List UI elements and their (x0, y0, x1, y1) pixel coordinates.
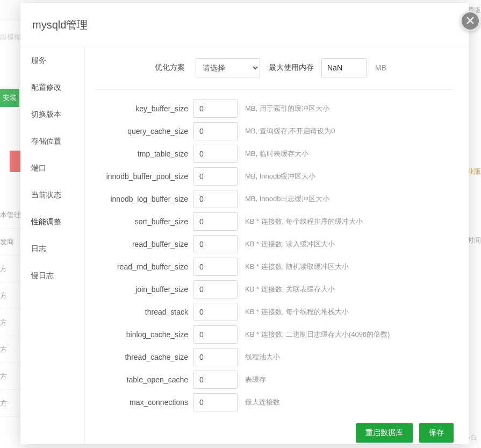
param-row-innodb_buffer_pool_size: innodb_buffer_pool_sizeMB, Innodb缓冲区大小 (95, 167, 454, 186)
param-row-read_buffer_size: read_buffer_sizeKB * 连接数, 读入缓冲区大小 (95, 235, 454, 253)
param-input-thread_stack[interactable] (193, 303, 238, 321)
param-row-thread_stack: thread_stackKB * 连接数, 每个线程的堆栈大小 (95, 303, 454, 321)
save-button[interactable]: 保存 (419, 423, 454, 443)
footer-actions: 重启数据库 保存 (95, 416, 454, 443)
sidebar-item-2[interactable]: 切换版本 (20, 101, 84, 128)
restart-db-button[interactable]: 重启数据库 (356, 423, 413, 443)
sidebar-item-4[interactable]: 端口 (20, 155, 84, 182)
bg-left-menu: 本管理发商方方方方方方 (0, 202, 21, 417)
sidebar-item-label: 切换版本 (31, 110, 61, 119)
param-label: innodb_buffer_pool_size (95, 172, 193, 181)
sidebar-item-5[interactable]: 当前状态 (20, 182, 84, 209)
sidebar-item-label: 配置修改 (31, 83, 61, 93)
param-input-tmp_table_size[interactable] (193, 145, 238, 163)
param-desc: KB * 连接数, 二进制日志缓存大小(4096的倍数) (245, 330, 390, 339)
params-list: key_buffer_sizeMB, 用于索引的缓冲区大小query_cache… (95, 99, 454, 411)
modal-title: mysqld管理 (32, 18, 88, 32)
bg-red-block (10, 151, 21, 172)
sidebar-item-label: 慢日志 (31, 271, 54, 281)
param-desc: 最大连接数 (245, 397, 280, 407)
param-input-thread_cache_size[interactable] (193, 348, 238, 366)
sidebar-item-1[interactable]: 配置修改 (20, 74, 84, 101)
param-desc: 线程池大小 (245, 352, 280, 362)
param-desc: KB * 连接数, 每个线程的堆栈大小 (245, 307, 349, 317)
bg-menu-item: 发商 (0, 229, 21, 255)
param-input-binlog_cache_size[interactable] (193, 325, 238, 344)
param-row-max_connections: max_connections最大连接数 (95, 393, 454, 411)
param-input-innodb_buffer_pool_size[interactable] (193, 167, 238, 186)
bg-menu-item: 方 (0, 255, 21, 282)
sidebar: 服务配置修改切换版本存储位置端口当前状态性能调整日志慢日志 (20, 47, 85, 444)
modal-header: mysqld管理 (20, 3, 469, 47)
optimize-row: 优化方案 请选择 最大使用内存 MB (95, 54, 454, 90)
param-desc: MB, 临时表缓存大小 (245, 149, 308, 159)
param-desc: MB, 查询缓存,不开启请设为0 (245, 126, 335, 136)
param-row-read_rnd_buffer_size: read_rnd_buffer_sizeKB * 连接数, 随机读取缓冲区大小 (95, 258, 454, 276)
param-desc: KB * 连接数, 关联表缓存大小 (245, 285, 335, 294)
max-mem-label: 最大使用内存 (269, 63, 314, 73)
param-label: tmp_table_size (95, 150, 193, 158)
param-input-join_buffer_size[interactable] (193, 280, 238, 298)
plan-select[interactable]: 请选择 (196, 58, 260, 77)
sidebar-item-label: 存储位置 (31, 137, 61, 146)
param-label: query_cache_size (95, 127, 193, 136)
param-row-sort_buffer_size: sort_buffer_sizeKB * 连接数, 每个线程排序的缓冲大小 (95, 212, 454, 231)
bg-menu-item: 方 (0, 309, 21, 336)
sidebar-item-0[interactable]: 服务 (20, 47, 84, 74)
sidebar-item-6[interactable]: 性能调整 (20, 209, 84, 236)
bg-menu-item: 本管理 (0, 202, 21, 229)
sidebar-item-label: 日志 (31, 244, 46, 254)
param-label: table_open_cache (95, 375, 193, 384)
max-mem-unit: MB (375, 63, 386, 72)
param-desc: MB, 用于索引的缓冲区大小 (245, 104, 329, 113)
param-label: read_buffer_size (95, 240, 193, 248)
bg-menu-item: 方 (0, 363, 21, 390)
param-desc: KB * 连接数, 读入缓冲区大小 (245, 239, 335, 249)
param-row-join_buffer_size: join_buffer_sizeKB * 连接数, 关联表缓存大小 (95, 280, 454, 298)
param-label: innodb_log_buffer_size (95, 195, 193, 203)
param-input-max_connections[interactable] (193, 393, 238, 411)
param-input-sort_buffer_size[interactable] (193, 212, 238, 231)
param-row-query_cache_size: query_cache_sizeMB, 查询缓存,不开启请设为0 (95, 122, 454, 140)
sidebar-item-label: 当前状态 (31, 190, 61, 200)
param-input-table_open_cache[interactable] (193, 371, 238, 389)
modal-body: 服务配置修改切换版本存储位置端口当前状态性能调整日志慢日志 优化方案 请选择 最… (20, 47, 469, 444)
bg-menu-item: 方 (0, 282, 21, 309)
param-label: key_buffer_size (95, 104, 193, 113)
param-row-key_buffer_size: key_buffer_sizeMB, 用于索引的缓冲区大小 (95, 99, 454, 118)
param-desc: KB * 连接数, 随机读取缓冲区大小 (245, 262, 349, 272)
param-input-read_rnd_buffer_size[interactable] (193, 258, 238, 276)
sidebar-item-label: 服务 (31, 56, 46, 66)
sidebar-item-label: 性能调整 (31, 217, 61, 227)
sidebar-item-label: 端口 (31, 163, 46, 173)
param-input-key_buffer_size[interactable] (193, 99, 238, 118)
bg-install-btn[interactable]: 安装 (0, 89, 19, 107)
param-input-query_cache_size[interactable] (193, 122, 238, 140)
param-row-tmp_table_size: tmp_table_sizeMB, 临时表缓存大小 (95, 145, 454, 163)
sidebar-item-7[interactable]: 日志 (20, 236, 84, 262)
param-label: sort_buffer_size (95, 217, 193, 226)
close-button[interactable] (460, 11, 480, 31)
param-desc: MB, Innodb日志缓冲区大小 (245, 194, 330, 204)
page-root: 费版 段模糊 安装 企业版 本管理发商方方方方方方 期时间 提供系统启动项的可视… (0, 0, 481, 448)
plan-label: 优化方案 (95, 63, 189, 73)
param-row-thread_cache_size: thread_cache_size线程池大小 (95, 348, 454, 366)
param-desc: MB, Innodb缓冲区大小 (245, 172, 316, 181)
param-input-innodb_log_buffer_size[interactable] (193, 190, 238, 208)
param-label: thread_stack (95, 308, 193, 316)
param-label: join_buffer_size (95, 285, 193, 294)
max-mem-input[interactable] (321, 58, 367, 77)
content-panel: 优化方案 请选择 最大使用内存 MB key_buffer_sizeMB, 用于… (85, 47, 469, 444)
param-desc: KB * 连接数, 每个线程排序的缓冲大小 (245, 217, 363, 226)
bg-menu-item: 方 (0, 390, 21, 417)
param-row-innodb_log_buffer_size: innodb_log_buffer_sizeMB, Innodb日志缓冲区大小 (95, 190, 454, 208)
sidebar-item-3[interactable]: 存储位置 (20, 128, 84, 155)
param-label: binlog_cache_size (95, 330, 193, 339)
param-row-binlog_cache_size: binlog_cache_sizeKB * 连接数, 二进制日志缓存大小(409… (95, 325, 454, 344)
param-label: thread_cache_size (95, 353, 193, 361)
sidebar-item-8[interactable]: 慢日志 (20, 262, 84, 289)
param-input-read_buffer_size[interactable] (193, 235, 238, 253)
param-label: max_connections (95, 398, 193, 407)
param-desc: 表缓存 (245, 375, 266, 385)
close-icon (465, 16, 475, 27)
